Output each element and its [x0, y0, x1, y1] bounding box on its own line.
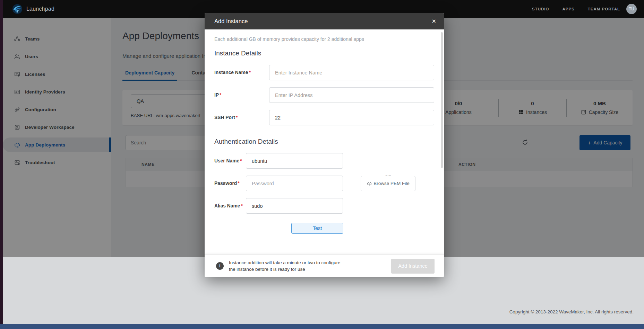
- avatar[interactable]: TU: [626, 4, 637, 14]
- user-name-input[interactable]: [246, 153, 343, 169]
- desktop-left-edge: [0, 0, 3, 329]
- nav-team-portal[interactable]: TEAM PORTAL: [588, 7, 620, 11]
- section-heading-instance-details: Instance Details: [214, 50, 434, 57]
- required-asterisk: *: [240, 158, 242, 163]
- instance-name-input[interactable]: [269, 65, 434, 80]
- field-label: SSH Port*: [214, 115, 269, 120]
- field-label: Alias Name*: [214, 203, 246, 208]
- field-label: User Name*: [214, 158, 246, 163]
- modal-subtitle: Each additional GB of memory provides ca…: [214, 36, 434, 42]
- modal-header: Add Instance ✕: [205, 13, 444, 29]
- field-row-ip: IP*: [214, 87, 434, 103]
- scrollbar-thumb[interactable]: [441, 32, 443, 168]
- browse-pem-file-button[interactable]: Browse PEM File: [361, 176, 415, 191]
- add-instance-modal: Add Instance ✕ Each additional GB of mem…: [205, 13, 444, 277]
- modal-body: Each additional GB of memory provides ca…: [205, 29, 444, 255]
- required-asterisk: *: [220, 92, 221, 98]
- field-label: IP*: [214, 92, 269, 98]
- close-icon[interactable]: ✕: [432, 19, 436, 24]
- required-asterisk: *: [236, 115, 238, 120]
- top-nav: STUDIO APPS TEAM PORTAL TU: [519, 4, 637, 14]
- test-button[interactable]: Test: [291, 223, 343, 234]
- ssh-port-input[interactable]: [269, 110, 434, 125]
- field-row-password: Password* Browse PEM File: [214, 176, 434, 191]
- nav-apps[interactable]: APPS: [562, 7, 574, 11]
- field-row-alias-name: Alias Name*: [214, 198, 434, 214]
- required-asterisk: *: [249, 70, 250, 75]
- launchpad-logo-icon: [12, 4, 23, 14]
- field-row-instance-name: Instance Name*: [214, 65, 434, 80]
- desktop-taskbar-edge: [0, 324, 644, 329]
- required-asterisk: *: [238, 181, 239, 186]
- required-asterisk: *: [241, 203, 242, 208]
- field-row-user-name: User Name* OR: [214, 153, 434, 169]
- alias-name-input[interactable]: [246, 198, 343, 214]
- modal-footer: i Instance addition will take a minute o…: [205, 255, 444, 277]
- brand-name: Launchpad: [26, 6, 54, 12]
- field-row-ssh-port: SSH Port*: [214, 110, 434, 125]
- instance-note: Instance addition will take a minute or …: [229, 259, 341, 273]
- info-icon: i: [216, 262, 224, 270]
- field-label: Password*: [214, 181, 246, 186]
- brand: Launchpad: [12, 4, 54, 14]
- field-label: Instance Name*: [214, 70, 269, 75]
- nav-studio[interactable]: STUDIO: [532, 7, 549, 11]
- modal-title: Add Instance: [214, 18, 248, 25]
- password-input[interactable]: [246, 176, 343, 191]
- section-heading-authentication-details: Authentication Details: [214, 138, 434, 145]
- ip-input[interactable]: [269, 87, 434, 103]
- upload-cloud-icon: [367, 181, 372, 186]
- copyright-text: Copyright © 2013-2022 WaveMaker, Inc. Al…: [509, 309, 634, 314]
- add-instance-button[interactable]: Add Instance: [391, 259, 435, 274]
- test-row: Test: [214, 223, 434, 234]
